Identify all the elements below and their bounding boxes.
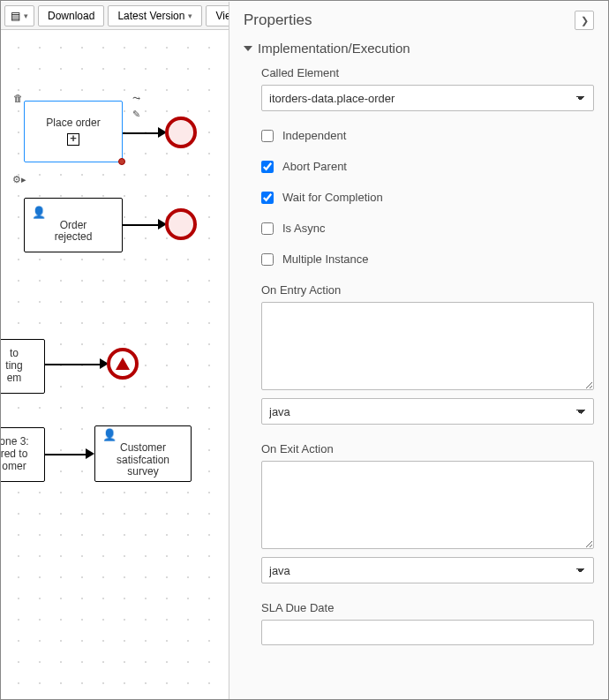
- panel-collapse-button[interactable]: ❯: [575, 11, 594, 30]
- wait-checkbox-row[interactable]: Wait for Completion: [261, 191, 594, 204]
- trash-icon[interactable]: 🗑: [11, 92, 24, 104]
- edge: [123, 132, 160, 134]
- diagram-canvas[interactable]: Place order + 🗑 ⤳ ✎ ⚙▸ 👤 Order rejected …: [1, 30, 229, 699]
- is-async-label: Is Async: [282, 222, 325, 235]
- multiple-instance-label: Multiple Instance: [282, 252, 369, 266]
- sla-input[interactable]: [261, 620, 594, 645]
- edge: [45, 454, 87, 455]
- node-label: Place order: [46, 117, 100, 130]
- on-entry-label: On Entry Action: [261, 283, 594, 297]
- download-button[interactable]: Download: [38, 5, 104, 26]
- chevron-right-icon: ❯: [581, 15, 589, 26]
- is-async-checkbox-row[interactable]: Is Async: [261, 222, 594, 235]
- multiple-instance-checkbox-row[interactable]: Multiple Instance: [261, 252, 594, 266]
- sla-label: SLA Due Date: [261, 601, 594, 614]
- on-exit-field: On Exit Action java: [261, 442, 594, 583]
- end-event[interactable]: [165, 117, 197, 148]
- abort-parent-label: Abort Parent: [282, 160, 347, 173]
- abort-parent-checkbox-row[interactable]: Abort Parent: [261, 160, 594, 173]
- latest-version-label: Latest Version: [117, 10, 184, 22]
- on-entry-field: On Entry Action java: [261, 283, 594, 425]
- edit-icon[interactable]: ✎: [130, 108, 142, 120]
- table-icon: ▤: [11, 10, 20, 22]
- form-body: Called Element itorders-data.place-order…: [244, 66, 594, 645]
- independent-checkbox[interactable]: [261, 130, 274, 142]
- independent-label: Independent: [282, 129, 346, 142]
- chevron-down-icon: ▾: [188, 11, 192, 20]
- node-place-order[interactable]: Place order +: [24, 101, 123, 162]
- node-label: to ting em: [5, 348, 22, 384]
- subprocess-icon: +: [67, 133, 79, 146]
- properties-panel: Properties ❯ Implementation/Execution Ca…: [229, 2, 608, 699]
- edge: [123, 224, 160, 226]
- panel-title: Properties: [244, 11, 312, 29]
- called-element-select[interactable]: itorders-data.place-order: [261, 85, 594, 111]
- on-entry-lang-select[interactable]: java: [261, 398, 594, 425]
- node-label: one 3: red to omer: [1, 436, 29, 472]
- view-mode-dropdown[interactable]: ▤ ▾: [4, 5, 34, 26]
- resize-handle[interactable]: [118, 158, 125, 165]
- wait-checkbox[interactable]: [261, 192, 274, 204]
- node-send-to-tracking[interactable]: to ting em: [1, 339, 45, 394]
- node-label: Customer satisfcation survey: [117, 442, 169, 478]
- node-label: Order rejected: [55, 220, 93, 245]
- gear-icon[interactable]: ⚙▸: [13, 173, 26, 185]
- latest-version-dropdown[interactable]: Latest Version ▾: [108, 5, 202, 26]
- end-event[interactable]: [165, 208, 197, 240]
- connector-icon[interactable]: ⤳: [130, 92, 142, 104]
- on-entry-textarea[interactable]: [261, 302, 594, 390]
- on-exit-lang-select[interactable]: java: [261, 557, 594, 583]
- chevron-down-icon: ▾: [24, 11, 28, 20]
- on-exit-label: On Exit Action: [261, 442, 594, 455]
- arrowhead-icon: [86, 448, 94, 459]
- node-order-rejected[interactable]: 👤 Order rejected: [24, 198, 123, 252]
- multiple-instance-checkbox[interactable]: [261, 253, 274, 266]
- end-signal-event[interactable]: [107, 348, 139, 380]
- abort-parent-checkbox[interactable]: [261, 161, 274, 173]
- triangle-icon: [116, 358, 130, 370]
- edge: [45, 364, 102, 365]
- sla-field: SLA Due Date: [261, 601, 594, 645]
- is-async-checkbox[interactable]: [261, 222, 274, 235]
- on-exit-textarea[interactable]: [261, 461, 594, 549]
- called-element-field: Called Element itorders-data.place-order: [261, 66, 594, 111]
- called-element-label: Called Element: [261, 66, 594, 79]
- independent-checkbox-row[interactable]: Independent: [261, 129, 594, 142]
- node-customer-survey[interactable]: 👤 Customer satisfcation survey: [94, 425, 192, 482]
- chevron-down-icon: [244, 46, 252, 51]
- section-title-label: Implementation/Execution: [258, 41, 410, 56]
- node-milestone-3[interactable]: one 3: red to omer: [1, 427, 45, 482]
- user-icon: 👤: [102, 429, 117, 442]
- wait-label: Wait for Completion: [282, 191, 383, 204]
- user-icon: 👤: [32, 207, 46, 220]
- section-toggle[interactable]: Implementation/Execution: [244, 41, 594, 56]
